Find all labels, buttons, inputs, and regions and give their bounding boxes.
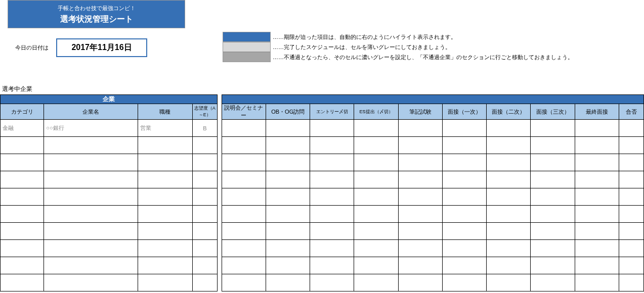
- cell-entry[interactable]: [310, 188, 354, 206]
- cell-es[interactable]: [354, 154, 398, 171]
- cell-category[interactable]: [1, 154, 44, 171]
- cell-rank[interactable]: [192, 188, 217, 206]
- cell-entry[interactable]: [310, 154, 354, 171]
- cell-written[interactable]: [398, 120, 442, 137]
- cell-category[interactable]: [1, 206, 44, 223]
- cell-entry[interactable]: [310, 240, 354, 257]
- cell-result[interactable]: [619, 137, 643, 154]
- cell-interview1[interactable]: [442, 171, 486, 188]
- table-row[interactable]: [1, 154, 644, 171]
- cell-result[interactable]: [619, 223, 643, 240]
- cell-rank[interactable]: [192, 154, 217, 171]
- cell-es[interactable]: [354, 206, 398, 223]
- cell-interview3[interactable]: [531, 154, 575, 171]
- cell-job-type[interactable]: [138, 154, 193, 171]
- cell-final[interactable]: [575, 171, 619, 188]
- cell-final[interactable]: [575, 120, 619, 137]
- cell-final[interactable]: [575, 154, 619, 171]
- cell-job-type[interactable]: [138, 171, 193, 188]
- cell-es[interactable]: [354, 240, 398, 257]
- cell-category[interactable]: [1, 257, 44, 274]
- cell-interview2[interactable]: [487, 274, 531, 291]
- cell-interview2[interactable]: [487, 137, 531, 154]
- cell-company-name[interactable]: [44, 223, 138, 240]
- cell-es[interactable]: [354, 274, 398, 291]
- cell-written[interactable]: [398, 171, 442, 188]
- cell-job-type[interactable]: [138, 257, 193, 274]
- cell-es[interactable]: [354, 137, 398, 154]
- cell-obog[interactable]: [266, 188, 310, 206]
- cell-result[interactable]: [619, 240, 643, 257]
- cell-rank[interactable]: [192, 137, 217, 154]
- cell-seminar[interactable]: [222, 137, 266, 154]
- cell-final[interactable]: [575, 257, 619, 274]
- cell-category[interactable]: [1, 188, 44, 206]
- cell-interview2[interactable]: [487, 206, 531, 223]
- cell-result[interactable]: [619, 188, 643, 206]
- cell-es[interactable]: [354, 257, 398, 274]
- cell-interview1[interactable]: [442, 240, 486, 257]
- cell-obog[interactable]: [266, 120, 310, 137]
- cell-obog[interactable]: [266, 171, 310, 188]
- cell-obog[interactable]: [266, 240, 310, 257]
- cell-obog[interactable]: [266, 257, 310, 274]
- cell-interview1[interactable]: [442, 257, 486, 274]
- cell-interview3[interactable]: [531, 120, 575, 137]
- cell-entry[interactable]: [310, 223, 354, 240]
- cell-interview3[interactable]: [531, 240, 575, 257]
- cell-interview1[interactable]: [442, 223, 486, 240]
- cell-company-name[interactable]: [44, 188, 138, 206]
- cell-obog[interactable]: [266, 274, 310, 291]
- table-row[interactable]: [1, 240, 644, 257]
- cell-category[interactable]: [1, 240, 44, 257]
- cell-written[interactable]: [398, 274, 442, 291]
- cell-seminar[interactable]: [222, 240, 266, 257]
- cell-interview3[interactable]: [531, 171, 575, 188]
- cell-job-type[interactable]: [138, 274, 193, 291]
- cell-final[interactable]: [575, 206, 619, 223]
- cell-rank[interactable]: [192, 274, 217, 291]
- cell-category[interactable]: [1, 171, 44, 188]
- cell-job-type[interactable]: [138, 188, 193, 206]
- cell-written[interactable]: [398, 240, 442, 257]
- cell-obog[interactable]: [266, 137, 310, 154]
- cell-interview3[interactable]: [531, 137, 575, 154]
- cell-es[interactable]: [354, 223, 398, 240]
- cell-company-name[interactable]: [44, 171, 138, 188]
- cell-interview3[interactable]: [531, 188, 575, 206]
- cell-job-type[interactable]: [138, 137, 193, 154]
- cell-seminar[interactable]: [222, 188, 266, 206]
- table-row[interactable]: [1, 257, 644, 274]
- cell-interview2[interactable]: [487, 120, 531, 137]
- cell-rank[interactable]: [192, 206, 217, 223]
- cell-result[interactable]: [619, 274, 643, 291]
- cell-result[interactable]: [619, 120, 643, 137]
- cell-interview1[interactable]: [442, 154, 486, 171]
- cell-category[interactable]: 金融: [1, 120, 44, 137]
- table-row[interactable]: [1, 171, 644, 188]
- cell-company-name[interactable]: [44, 206, 138, 223]
- table-row[interactable]: 金融○○銀行営業B: [1, 120, 644, 137]
- cell-entry[interactable]: [310, 171, 354, 188]
- table-row[interactable]: [1, 274, 644, 291]
- cell-interview2[interactable]: [487, 171, 531, 188]
- cell-interview1[interactable]: [442, 274, 486, 291]
- cell-obog[interactable]: [266, 223, 310, 240]
- table-row[interactable]: [1, 223, 644, 240]
- cell-interview2[interactable]: [487, 154, 531, 171]
- cell-es[interactable]: [354, 120, 398, 137]
- cell-interview2[interactable]: [487, 223, 531, 240]
- cell-category[interactable]: [1, 274, 44, 291]
- cell-entry[interactable]: [310, 137, 354, 154]
- cell-interview3[interactable]: [531, 257, 575, 274]
- cell-interview2[interactable]: [487, 188, 531, 206]
- cell-company-name[interactable]: ○○銀行: [44, 120, 138, 137]
- cell-interview1[interactable]: [442, 137, 486, 154]
- cell-written[interactable]: [398, 154, 442, 171]
- cell-company-name[interactable]: [44, 240, 138, 257]
- cell-final[interactable]: [575, 188, 619, 206]
- cell-rank[interactable]: [192, 240, 217, 257]
- cell-result[interactable]: [619, 154, 643, 171]
- cell-result[interactable]: [619, 257, 643, 274]
- cell-interview3[interactable]: [531, 274, 575, 291]
